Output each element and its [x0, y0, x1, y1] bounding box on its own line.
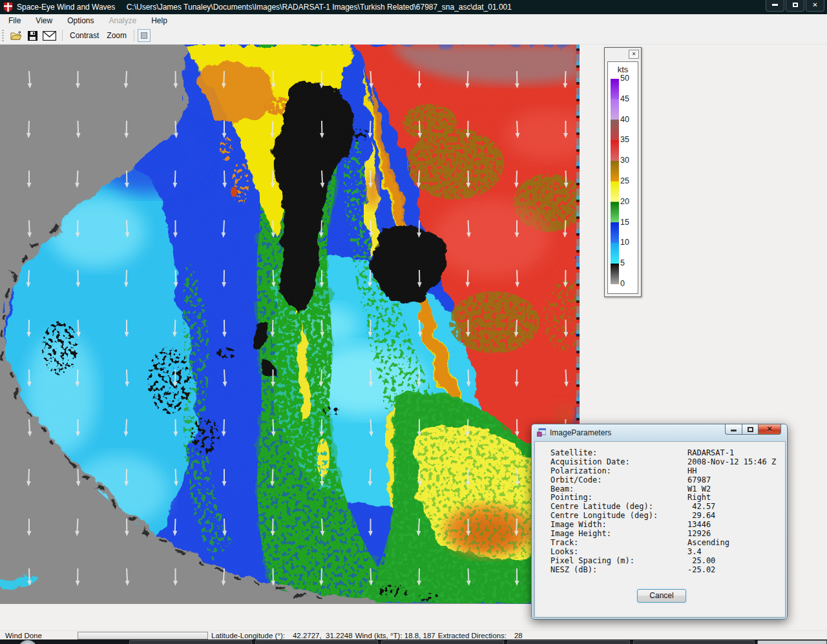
minimize-button[interactable]: [766, 0, 784, 12]
wind-map[interactable]: [0, 45, 580, 604]
status-message: Wind Done: [5, 632, 42, 639]
dialog-row: Orbit/Code:67987: [550, 476, 780, 485]
progress-bar: [78, 632, 208, 639]
parameter-label: Pixel Spacing (m):: [550, 557, 687, 566]
dialog-row: Centre Latitude (deg): 42.57: [550, 503, 780, 512]
parameter-label: Image Width:: [550, 521, 687, 530]
open-button[interactable]: [8, 28, 25, 43]
toolbar: Contrast Zoom: [0, 27, 827, 45]
dialog-titlebar[interactable]: ImageParameters ✕: [532, 424, 787, 441]
parameter-label: Orbit/Code:: [550, 476, 687, 485]
taskbar-button[interactable]: [633, 640, 755, 644]
menu-analyze: Analyze: [103, 15, 143, 26]
dialog-row: Polarization:HH: [550, 467, 780, 476]
latlon-label: Latitude-Longitude (°):: [211, 632, 285, 639]
parameter-label: Image Height:: [550, 530, 687, 539]
form-icon: [537, 428, 546, 437]
title-bar[interactable]: Space-Eye Wind and Waves C:\Users\James …: [0, 0, 827, 14]
parameter-value: W1 W2: [687, 485, 711, 494]
parameter-value: 12926: [687, 530, 711, 539]
dialog-row: Satellite:RADARSAT-1: [550, 449, 780, 458]
close-button[interactable]: ✕: [806, 0, 824, 12]
open-folder-icon: [10, 30, 23, 41]
dialog-row: Centre Longitude (deg): 29.64: [550, 512, 780, 521]
parameter-value: 2008-Nov-12 15:46 Z: [687, 458, 776, 467]
app-name: Space-Eye Wind and Waves: [17, 3, 115, 12]
dialog-maximize-button[interactable]: [742, 424, 759, 435]
legend-tick-label: 5: [620, 258, 638, 267]
legend-unit-label: kts: [608, 65, 638, 74]
taskbar[interactable]: [0, 639, 827, 644]
legend-tick-label: 30: [620, 156, 638, 165]
status-readout: Latitude-Longitude (°):42.2727, 31.2248W…: [211, 632, 525, 639]
extracted-value: 28: [514, 632, 523, 639]
status-bar: Wind Done Latitude-Longitude (°):42.2727…: [0, 630, 827, 639]
save-button[interactable]: [26, 28, 39, 43]
dialog-row: Pointing:Right: [550, 493, 780, 503]
legend-tick-label: 45: [620, 94, 638, 103]
parameter-label: Pointing:: [550, 493, 687, 503]
image-parameters-dialog[interactable]: ImageParameters ✕ Satellite:RADARSAT-1Ac…: [531, 424, 788, 619]
app-icon: [3, 2, 13, 12]
legend-body: kts 50454035302520151050: [607, 61, 638, 294]
menu-options[interactable]: Options: [61, 15, 100, 26]
cancel-button[interactable]: Cancel: [637, 589, 686, 603]
marker-tool-button[interactable]: [138, 29, 151, 42]
parameter-value: RADARSAT-1: [687, 449, 734, 458]
restore-button[interactable]: [786, 0, 804, 12]
legend-tick-label: 15: [620, 218, 638, 227]
dialog-row: Pixel Spacing (m): 25.00: [550, 557, 780, 566]
toolbar-separator: [134, 30, 134, 41]
menu-bar: File View Options Analyze Help: [0, 14, 827, 27]
parameter-value: HH: [687, 467, 696, 476]
parameter-label: Looks:: [550, 548, 687, 557]
dialog-minimize-button[interactable]: [725, 424, 742, 435]
legend-tick-label: 40: [620, 115, 638, 124]
parameter-label: Centre Latitude (deg):: [550, 503, 687, 512]
mail-envelope-icon: [43, 31, 56, 41]
mail-button[interactable]: [41, 28, 58, 43]
parameter-value: 42.57: [687, 503, 715, 512]
workspace: ✕ kts 50454035302520151050 ImageParamete…: [0, 45, 827, 631]
parameter-value: 29.64: [687, 512, 715, 521]
parameter-value: 3.4: [687, 548, 702, 557]
legend-tick-label: 50: [620, 74, 638, 83]
menu-help[interactable]: Help: [145, 15, 174, 26]
zoom-button[interactable]: Zoom: [103, 31, 131, 40]
parameter-list: Satellite:RADARSAT-1Acquisition Date:200…: [550, 449, 780, 574]
legend-close-icon[interactable]: ✕: [629, 50, 639, 59]
parameter-value: -25.02: [687, 566, 715, 575]
dialog-body: Satellite:RADARSAT-1Acquisition Date:200…: [534, 441, 786, 618]
dialog-row: NESZ (dB):-25.02: [550, 566, 780, 575]
taskbar-button-active[interactable]: [757, 640, 827, 644]
dialog-row: Beam:W1 W2: [550, 485, 780, 494]
contrast-button[interactable]: Contrast: [66, 31, 103, 40]
taskbar-button[interactable]: [381, 640, 504, 644]
parameter-value: Ascending: [687, 539, 729, 548]
taskbar-button[interactable]: [129, 640, 252, 644]
save-floppy-icon: [28, 31, 37, 41]
legend-tick-label: 0: [620, 279, 638, 288]
wind-map-image: [0, 45, 580, 604]
menu-file[interactable]: File: [2, 15, 27, 26]
legend-tick-label: 35: [620, 135, 638, 144]
parameter-label: NESZ (dB):: [550, 566, 687, 575]
taskbar-button[interactable]: [255, 640, 378, 644]
parameter-value: 25.00: [687, 557, 715, 566]
window-title: Space-Eye Wind and Waves C:\Users\James …: [17, 3, 512, 12]
parameter-label: Track:: [550, 539, 687, 548]
legend-tick-label: 20: [620, 197, 638, 206]
legend-panel[interactable]: ✕ kts 50454035302520151050: [604, 47, 642, 297]
toolbar-grip[interactable]: [2, 30, 4, 41]
legend-tick-label: 25: [620, 176, 638, 185]
parameter-label: Polarization:: [550, 467, 687, 476]
parameter-label: Satellite:: [550, 449, 687, 458]
dialog-row: Image Width:13446: [550, 521, 780, 530]
taskbar-button[interactable]: [507, 640, 630, 644]
dialog-close-button[interactable]: ✕: [759, 424, 781, 435]
dialog-row: Image Height:12926: [550, 530, 780, 539]
menu-view[interactable]: View: [29, 15, 59, 26]
parameter-label: Centre Longitude (deg):: [550, 512, 687, 521]
parameter-value: Right: [687, 493, 711, 503]
start-orb[interactable]: [18, 640, 37, 644]
